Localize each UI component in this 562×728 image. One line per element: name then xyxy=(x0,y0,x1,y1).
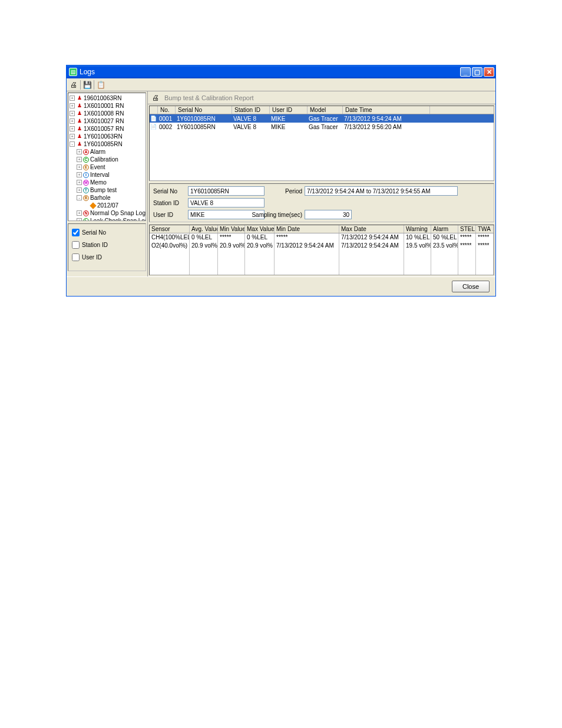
table-row[interactable]: 📄00011Y6010085RNVALVE 8MIKEGas Tracer7/1… xyxy=(150,114,494,123)
grid-header[interactable]: Max Value xyxy=(245,225,275,233)
expand-icon[interactable]: + xyxy=(77,149,82,154)
tree-category[interactable]: +EEvent xyxy=(70,163,144,171)
grid-header[interactable]: Serial No xyxy=(176,106,232,114)
category-icon: I xyxy=(83,172,89,178)
grid-cell: 1Y6010085RN xyxy=(174,115,231,123)
grid-cell xyxy=(218,250,245,258)
grid-header[interactable]: No. xyxy=(158,106,176,114)
period-input[interactable] xyxy=(305,186,458,196)
tree-label: Interval xyxy=(90,171,110,179)
footer: Close xyxy=(67,276,495,296)
category-icon: E xyxy=(83,164,89,170)
sampling-input[interactable] xyxy=(305,210,352,219)
station-input[interactable] xyxy=(188,198,265,207)
expand-icon[interactable]: + xyxy=(77,187,82,193)
table-row[interactable] xyxy=(150,250,494,258)
tree-category[interactable]: +TBump test xyxy=(70,186,144,194)
grid-cell: 23.5 vol% xyxy=(431,242,458,250)
grid-header[interactable]: Min Value xyxy=(218,225,245,233)
tree-category[interactable]: +CCalibration xyxy=(70,156,144,163)
expand-icon[interactable]: + xyxy=(70,134,75,139)
table-row[interactable]: O2(40.0vol%)20.9 vol%20.9 vol%20.9 vol%7… xyxy=(150,242,494,250)
grid-header[interactable]: STEL xyxy=(458,225,476,233)
tree-device[interactable]: +♟1X6010008 RN xyxy=(70,110,144,117)
close-button[interactable]: Close xyxy=(452,281,490,292)
table-row[interactable]: 📄00021Y6010085RNVALVE 8MIKEGas Tracer7/1… xyxy=(150,123,494,131)
tree-device[interactable]: +♟196010063RN xyxy=(70,94,144,102)
table-row[interactable] xyxy=(150,258,494,266)
print-icon[interactable]: 🖨 xyxy=(68,80,79,90)
grid-cell: 7/13/2012 9:54:24 AM xyxy=(339,242,404,250)
left-pane: +♟196010063RN+♟1X6010001 RN+♟1X6010008 R… xyxy=(67,91,148,276)
grid-header[interactable]: Avg. Value xyxy=(190,225,218,233)
grid-cell xyxy=(476,258,494,266)
grid-cell xyxy=(404,266,431,275)
close-window-button[interactable]: ✕ xyxy=(484,67,494,77)
grid-header[interactable]: Warning xyxy=(404,225,431,233)
titlebar[interactable]: ▤ Logs _ ▢ ✕ xyxy=(67,65,495,78)
tree-category[interactable]: +IInterval xyxy=(70,171,144,179)
sampling-label: Sampling time(sec) xyxy=(252,212,302,218)
grid-header[interactable]: Min Date xyxy=(275,225,339,233)
grid-cell xyxy=(339,258,404,266)
grid-header[interactable]: User ID xyxy=(270,106,308,114)
expand-icon[interactable]: + xyxy=(70,111,75,116)
tree-device[interactable]: +♟1X6010027 RN xyxy=(70,117,144,125)
grid-header[interactable]: Model xyxy=(308,106,343,114)
tree-category[interactable]: +LLeak Check Snap Log xyxy=(70,217,144,221)
device-tree[interactable]: +♟196010063RN+♟1X6010001 RN+♟1X6010008 R… xyxy=(68,93,146,221)
tree-device[interactable]: +♟1X6010001 RN xyxy=(70,102,144,110)
save-icon[interactable]: 💾 xyxy=(82,80,92,90)
grid-cell: ***** xyxy=(218,233,245,242)
expand-icon[interactable]: + xyxy=(70,95,75,101)
serial-input[interactable] xyxy=(188,186,265,196)
check-user[interactable] xyxy=(72,253,80,261)
maximize-button[interactable]: ▢ xyxy=(472,67,482,77)
grid-header[interactable]: Alarm xyxy=(431,225,458,233)
grid-cell xyxy=(245,266,275,275)
expand-icon[interactable]: + xyxy=(77,218,82,221)
station-label: Station ID xyxy=(153,200,186,206)
tree-category[interactable]: +AAlarm xyxy=(70,148,144,156)
tree-date-node[interactable]: 2012/07 xyxy=(70,202,144,209)
device-icon: ♟ xyxy=(76,103,82,109)
expand-icon[interactable]: + xyxy=(77,172,82,177)
grid-header[interactable]: Date Time xyxy=(343,106,430,114)
tree-device[interactable]: -♟1Y6010085RN xyxy=(70,140,144,148)
expand-icon[interactable]: + xyxy=(77,180,82,185)
print-report-icon[interactable]: 🖨 xyxy=(150,93,161,103)
tree-device[interactable]: +♟1X6010057 RN xyxy=(70,125,144,133)
grid-header[interactable]: Station ID xyxy=(232,106,270,114)
grid-cell xyxy=(245,258,275,266)
export-icon[interactable]: 📋 xyxy=(95,80,106,90)
device-icon: ♟ xyxy=(76,126,82,132)
tree-category[interactable]: +MMemo xyxy=(70,179,144,186)
category-icon: N xyxy=(83,210,89,216)
table-row[interactable]: CH4(100%LEL)0 %LEL*****0 %LEL*****7/13/2… xyxy=(150,233,494,242)
expand-icon[interactable]: + xyxy=(77,157,82,162)
grid-header[interactable]: TWA xyxy=(476,225,494,233)
logs-grid[interactable]: No.Serial NoStation IDUser IDModelDate T… xyxy=(149,106,494,181)
left-toolbar: 🖨 💾 📋 xyxy=(67,78,495,91)
sensor-grid[interactable]: SensorAvg. ValueMin ValueMax ValueMin Da… xyxy=(149,225,494,275)
grid-header[interactable]: Sensor xyxy=(150,225,190,233)
grid-header[interactable]: Max Date xyxy=(339,225,404,233)
filter-checks: Serial No Station ID User ID xyxy=(68,223,146,271)
expand-icon[interactable]: + xyxy=(77,210,82,216)
expand-icon[interactable]: - xyxy=(70,141,75,147)
minimize-button[interactable]: _ xyxy=(460,67,471,77)
table-row[interactable] xyxy=(150,266,494,275)
grid-cell xyxy=(476,266,494,275)
check-station[interactable] xyxy=(72,241,80,249)
tree-device[interactable]: +♟1Y6010063RN xyxy=(70,133,144,140)
expand-icon[interactable]: - xyxy=(77,195,82,200)
check-serial[interactable] xyxy=(72,229,80,236)
expand-icon[interactable]: + xyxy=(70,103,75,108)
tree-category[interactable]: -BBarhole xyxy=(70,194,144,202)
expand-icon[interactable]: + xyxy=(70,118,75,124)
expand-icon[interactable]: + xyxy=(77,164,82,170)
expand-icon[interactable]: + xyxy=(70,126,75,131)
tree-category[interactable]: +NNormal Op Snap Log xyxy=(70,209,144,217)
grid-cell: 0 %LEL xyxy=(190,233,218,242)
grid-cell xyxy=(275,250,339,258)
